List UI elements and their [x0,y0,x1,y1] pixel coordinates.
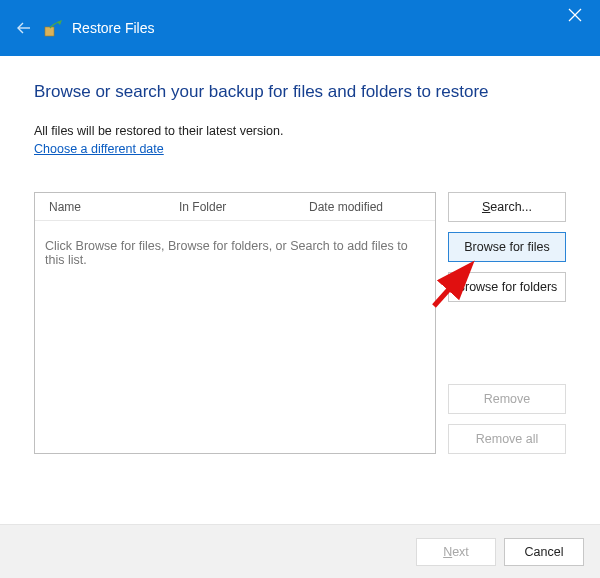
browse-files-button[interactable]: Browse for files [448,232,566,262]
browse-folders-button[interactable]: Browse for folders [448,272,566,302]
side-buttons: Search... Browse for files Browse for fo… [448,192,566,454]
main-area: Name In Folder Date modified Click Brows… [34,192,566,454]
svg-rect-3 [45,27,54,36]
subtext: All files will be restored to their late… [34,124,566,138]
remove-button: Remove [448,384,566,414]
footer: Next Cancel [0,524,600,578]
close-icon[interactable] [568,8,582,22]
column-in-folder[interactable]: In Folder [165,200,295,214]
remove-all-button: Remove all [448,424,566,454]
choose-date-link[interactable]: Choose a different date [34,142,164,156]
listbox-header: Name In Folder Date modified [35,193,435,221]
search-button[interactable]: Search... [448,192,566,222]
side-spacer [448,312,566,374]
content-area: Browse or search your backup for files a… [0,56,600,464]
listbox-empty-text: Click Browse for files, Browse for folde… [35,221,435,267]
titlebar: Restore Files [0,0,600,56]
restore-files-icon [44,18,64,38]
page-heading: Browse or search your backup for files a… [34,82,566,102]
column-name[interactable]: Name [35,200,165,214]
file-listbox[interactable]: Name In Folder Date modified Click Brows… [34,192,436,454]
cancel-button[interactable]: Cancel [504,538,584,566]
window-title: Restore Files [72,20,154,36]
next-button: Next [416,538,496,566]
back-arrow-icon[interactable] [12,16,36,40]
column-date-modified[interactable]: Date modified [295,200,435,214]
